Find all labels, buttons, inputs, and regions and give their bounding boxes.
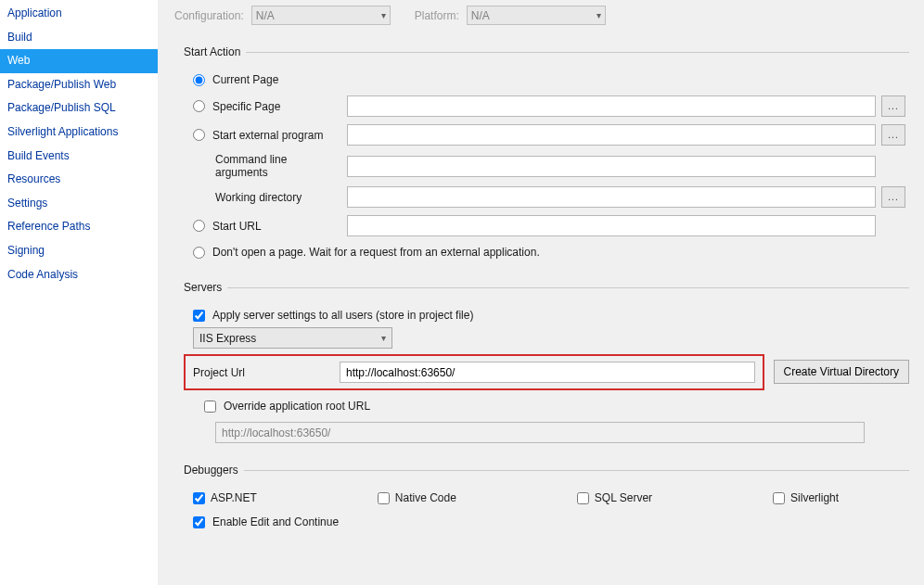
current-page-radio[interactable] bbox=[193, 74, 205, 86]
main-panel: Configuration: N/A ▾ Platform: N/A ▾ Sta… bbox=[158, 0, 924, 585]
project-url-label: Project Url bbox=[193, 366, 332, 379]
sidebar-item-resources[interactable]: Resources bbox=[0, 168, 158, 192]
sidebar-item-package-publish-web[interactable]: Package/Publish Web bbox=[0, 73, 158, 97]
apply-settings-all-users-checkbox[interactable] bbox=[193, 310, 205, 322]
override-root-url-input bbox=[215, 422, 865, 443]
override-root-url-label: Override application root URL bbox=[224, 400, 370, 413]
servers-legend: Servers bbox=[184, 281, 227, 294]
start-external-program-input[interactable] bbox=[347, 124, 876, 146]
start-url-radio[interactable] bbox=[193, 220, 205, 232]
project-url-input[interactable] bbox=[340, 362, 755, 383]
working-directory-browse-button[interactable]: ... bbox=[881, 186, 905, 208]
configuration-combo: N/A ▾ bbox=[251, 6, 391, 25]
start-action-group: Start Action Current Page Specific Page … bbox=[184, 45, 909, 270]
apply-settings-all-users-label: Apply server settings to all users (stor… bbox=[212, 309, 473, 322]
chevron-down-icon: ▾ bbox=[597, 10, 601, 20]
start-url-label: Start URL bbox=[212, 220, 262, 233]
native-code-label: Native Code bbox=[395, 491, 456, 504]
sidebar-item-signing[interactable]: Signing bbox=[0, 239, 158, 263]
command-line-arguments-input[interactable] bbox=[347, 156, 876, 177]
start-external-program-radio[interactable] bbox=[193, 129, 205, 141]
enable-edit-continue-label: Enable Edit and Continue bbox=[212, 515, 339, 528]
sidebar-item-package-publish-sql[interactable]: Package/Publish SQL bbox=[0, 96, 158, 121]
chevron-down-icon: ▾ bbox=[381, 10, 386, 20]
sidebar-item-code-analysis[interactable]: Code Analysis bbox=[0, 263, 158, 287]
enable-edit-continue-checkbox[interactable] bbox=[193, 516, 205, 528]
start-external-program-browse-button[interactable]: ... bbox=[881, 124, 905, 146]
current-page-label: Current Page bbox=[212, 73, 278, 86]
start-url-input[interactable] bbox=[347, 215, 876, 236]
server-type-combo[interactable]: IIS Express ▾ bbox=[193, 327, 392, 349]
dont-open-page-label: Don't open a page. Wait for a request fr… bbox=[212, 246, 540, 259]
specific-page-label: Specific Page bbox=[212, 100, 280, 113]
create-virtual-directory-button[interactable]: Create Virtual Directory bbox=[774, 360, 910, 384]
sidebar-item-reference-paths[interactable]: Reference Paths bbox=[0, 215, 158, 239]
specific-page-browse-button[interactable]: ... bbox=[881, 95, 905, 117]
platform-combo: N/A ▾ bbox=[467, 6, 606, 25]
start-action-legend: Start Action bbox=[184, 45, 246, 58]
servers-group: Servers Apply server settings to all use… bbox=[184, 281, 909, 452]
sidebar-item-silverlight-applications[interactable]: Silverlight Applications bbox=[0, 121, 158, 145]
platform-value: N/A bbox=[471, 9, 490, 22]
chevron-down-icon: ▾ bbox=[381, 333, 386, 343]
command-line-arguments-label: Command line arguments bbox=[193, 153, 341, 179]
sql-server-checkbox[interactable] bbox=[577, 492, 589, 504]
sidebar-item-web[interactable]: Web bbox=[0, 49, 158, 73]
specific-page-input[interactable] bbox=[347, 95, 876, 117]
start-external-program-label: Start external program bbox=[212, 129, 323, 142]
debuggers-group: Debuggers ASP.NET Native Code SQL Server… bbox=[184, 464, 909, 540]
sidebar-item-build-events[interactable]: Build Events bbox=[0, 145, 158, 169]
dont-open-page-radio[interactable] bbox=[193, 247, 205, 259]
aspnet-checkbox[interactable] bbox=[193, 492, 205, 504]
sidebar: Application Build Web Package/Publish We… bbox=[0, 0, 158, 585]
working-directory-input[interactable] bbox=[347, 186, 876, 208]
specific-page-radio[interactable] bbox=[193, 100, 205, 112]
sidebar-item-build[interactable]: Build bbox=[0, 26, 158, 50]
sql-server-label: SQL Server bbox=[595, 491, 652, 504]
silverlight-checkbox[interactable] bbox=[773, 492, 785, 504]
aspnet-label: ASP.NET bbox=[211, 491, 257, 504]
project-url-highlight: Project Url bbox=[184, 354, 764, 390]
configuration-value: N/A bbox=[256, 9, 275, 22]
debuggers-legend: Debuggers bbox=[184, 464, 244, 477]
sidebar-item-application[interactable]: Application bbox=[0, 2, 158, 26]
override-root-url-checkbox[interactable] bbox=[204, 401, 216, 413]
native-code-checkbox[interactable] bbox=[378, 492, 390, 504]
server-type-value: IIS Express bbox=[199, 332, 256, 345]
sidebar-item-settings[interactable]: Settings bbox=[0, 192, 158, 216]
working-directory-label: Working directory bbox=[193, 191, 341, 204]
configuration-label: Configuration: bbox=[174, 9, 244, 22]
silverlight-label: Silverlight bbox=[790, 491, 839, 504]
platform-label: Platform: bbox=[415, 9, 459, 22]
